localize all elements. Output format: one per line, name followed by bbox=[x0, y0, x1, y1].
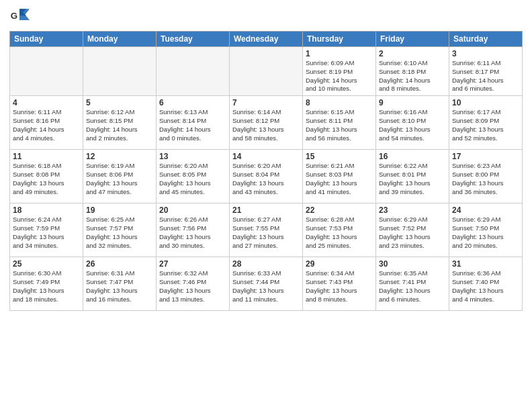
day-number: 7 bbox=[232, 98, 300, 107]
day-info: Sunrise: 6:26 AM Sunset: 7:56 PM Dayligh… bbox=[159, 216, 226, 250]
day-number: 24 bbox=[452, 205, 519, 215]
day-number: 5 bbox=[86, 98, 153, 107]
day-number: 30 bbox=[379, 259, 446, 269]
weekday-header-row: SundayMondayTuesdayWednesdayThursdayFrid… bbox=[10, 32, 523, 47]
day-info: Sunrise: 6:32 AM Sunset: 7:46 PM Dayligh… bbox=[159, 269, 226, 304]
day-info: Sunrise: 6:11 AM Sunset: 8:16 PM Dayligh… bbox=[13, 108, 80, 142]
weekday-header-monday: Monday bbox=[83, 32, 157, 47]
day-number: 29 bbox=[306, 259, 373, 269]
weekday-header-friday: Friday bbox=[376, 32, 449, 47]
calendar-cell: 4Sunrise: 6:11 AM Sunset: 8:16 PM Daylig… bbox=[10, 96, 83, 150]
day-info: Sunrise: 6:31 AM Sunset: 7:47 PM Dayligh… bbox=[86, 269, 153, 304]
calendar-cell: 30Sunrise: 6:35 AM Sunset: 7:41 PM Dayli… bbox=[376, 257, 449, 311]
day-number: 14 bbox=[232, 152, 300, 161]
calendar-cell: 7Sunrise: 6:14 AM Sunset: 8:12 PM Daylig… bbox=[230, 96, 303, 150]
day-info: Sunrise: 6:30 AM Sunset: 7:49 PM Dayligh… bbox=[13, 269, 80, 304]
day-number: 19 bbox=[86, 205, 153, 215]
calendar-cell: 27Sunrise: 6:32 AM Sunset: 7:46 PM Dayli… bbox=[157, 257, 230, 311]
day-number: 2 bbox=[379, 49, 446, 58]
calendar-cell: 9Sunrise: 6:16 AM Sunset: 8:10 PM Daylig… bbox=[376, 96, 449, 150]
svg-text:G: G bbox=[11, 11, 17, 21]
day-info: Sunrise: 6:10 AM Sunset: 8:18 PM Dayligh… bbox=[379, 59, 446, 93]
day-number: 16 bbox=[379, 152, 446, 161]
calendar-cell bbox=[10, 47, 83, 96]
day-info: Sunrise: 6:11 AM Sunset: 8:17 PM Dayligh… bbox=[452, 59, 519, 93]
calendar-cell: 13Sunrise: 6:20 AM Sunset: 8:05 PM Dayli… bbox=[157, 150, 230, 203]
day-number: 21 bbox=[232, 205, 300, 215]
day-info: Sunrise: 6:28 AM Sunset: 7:53 PM Dayligh… bbox=[306, 216, 373, 250]
calendar-table: SundayMondayTuesdayWednesdayThursdayFrid… bbox=[9, 31, 523, 311]
day-info: Sunrise: 6:36 AM Sunset: 7:40 PM Dayligh… bbox=[452, 269, 519, 304]
day-info: Sunrise: 6:12 AM Sunset: 8:15 PM Dayligh… bbox=[86, 108, 153, 142]
day-info: Sunrise: 6:20 AM Sunset: 8:04 PM Dayligh… bbox=[232, 162, 300, 196]
week-row-4: 18Sunrise: 6:24 AM Sunset: 7:59 PM Dayli… bbox=[10, 203, 523, 257]
calendar-cell bbox=[83, 47, 157, 96]
day-info: Sunrise: 6:13 AM Sunset: 8:14 PM Dayligh… bbox=[159, 108, 226, 142]
day-number: 27 bbox=[159, 259, 226, 269]
day-number: 28 bbox=[232, 259, 300, 269]
day-number: 20 bbox=[159, 205, 226, 215]
calendar-cell: 23Sunrise: 6:29 AM Sunset: 7:52 PM Dayli… bbox=[376, 203, 449, 257]
day-number: 8 bbox=[306, 98, 373, 107]
day-number: 12 bbox=[86, 152, 153, 161]
day-number: 13 bbox=[159, 152, 226, 161]
day-info: Sunrise: 6:09 AM Sunset: 8:19 PM Dayligh… bbox=[306, 59, 373, 93]
calendar-cell: 18Sunrise: 6:24 AM Sunset: 7:59 PM Dayli… bbox=[10, 203, 83, 257]
day-number: 23 bbox=[379, 205, 446, 215]
weekday-header-thursday: Thursday bbox=[303, 32, 376, 47]
calendar-cell: 14Sunrise: 6:20 AM Sunset: 8:04 PM Dayli… bbox=[230, 150, 303, 203]
day-number: 25 bbox=[13, 259, 80, 269]
calendar-cell: 24Sunrise: 6:29 AM Sunset: 7:50 PM Dayli… bbox=[449, 203, 523, 257]
calendar-cell: 12Sunrise: 6:19 AM Sunset: 8:06 PM Dayli… bbox=[83, 150, 157, 203]
day-number: 22 bbox=[306, 205, 373, 215]
day-number: 10 bbox=[452, 98, 519, 107]
week-row-2: 4Sunrise: 6:11 AM Sunset: 8:16 PM Daylig… bbox=[10, 96, 523, 150]
calendar-cell: 25Sunrise: 6:30 AM Sunset: 7:49 PM Dayli… bbox=[10, 257, 83, 311]
calendar-cell: 29Sunrise: 6:34 AM Sunset: 7:43 PM Dayli… bbox=[303, 257, 376, 311]
weekday-header-saturday: Saturday bbox=[449, 32, 523, 47]
calendar-cell: 22Sunrise: 6:28 AM Sunset: 7:53 PM Dayli… bbox=[303, 203, 376, 257]
day-info: Sunrise: 6:25 AM Sunset: 7:57 PM Dayligh… bbox=[86, 216, 153, 250]
logo: G bbox=[9, 7, 32, 27]
calendar-cell: 6Sunrise: 6:13 AM Sunset: 8:14 PM Daylig… bbox=[157, 96, 230, 150]
calendar-cell: 17Sunrise: 6:23 AM Sunset: 8:00 PM Dayli… bbox=[449, 150, 523, 203]
day-info: Sunrise: 6:24 AM Sunset: 7:59 PM Dayligh… bbox=[13, 216, 80, 250]
day-info: Sunrise: 6:18 AM Sunset: 8:08 PM Dayligh… bbox=[13, 162, 80, 196]
calendar-cell: 2Sunrise: 6:10 AM Sunset: 8:18 PM Daylig… bbox=[376, 47, 449, 96]
day-info: Sunrise: 6:22 AM Sunset: 8:01 PM Dayligh… bbox=[379, 162, 446, 196]
week-row-3: 11Sunrise: 6:18 AM Sunset: 8:08 PM Dayli… bbox=[10, 150, 523, 203]
day-info: Sunrise: 6:35 AM Sunset: 7:41 PM Dayligh… bbox=[379, 269, 446, 304]
day-info: Sunrise: 6:20 AM Sunset: 8:05 PM Dayligh… bbox=[159, 162, 226, 196]
day-info: Sunrise: 6:33 AM Sunset: 7:44 PM Dayligh… bbox=[232, 269, 300, 304]
day-info: Sunrise: 6:29 AM Sunset: 7:50 PM Dayligh… bbox=[452, 216, 519, 250]
calendar-cell: 1Sunrise: 6:09 AM Sunset: 8:19 PM Daylig… bbox=[303, 47, 376, 96]
day-info: Sunrise: 6:19 AM Sunset: 8:06 PM Dayligh… bbox=[86, 162, 153, 196]
day-number: 26 bbox=[86, 259, 153, 269]
day-info: Sunrise: 6:16 AM Sunset: 8:10 PM Dayligh… bbox=[379, 108, 446, 142]
calendar-cell: 10Sunrise: 6:17 AM Sunset: 8:09 PM Dayli… bbox=[449, 96, 523, 150]
main-container: G SundayMondayTuesdayWednesdayThursdayFr… bbox=[0, 0, 532, 315]
day-info: Sunrise: 6:14 AM Sunset: 8:12 PM Dayligh… bbox=[232, 108, 300, 142]
calendar-cell: 28Sunrise: 6:33 AM Sunset: 7:44 PM Dayli… bbox=[230, 257, 303, 311]
day-number: 6 bbox=[159, 98, 226, 107]
calendar-cell: 16Sunrise: 6:22 AM Sunset: 8:01 PM Dayli… bbox=[376, 150, 449, 203]
day-info: Sunrise: 6:27 AM Sunset: 7:55 PM Dayligh… bbox=[232, 216, 300, 250]
day-number: 4 bbox=[13, 98, 80, 107]
day-number: 17 bbox=[452, 152, 519, 161]
day-number: 18 bbox=[13, 205, 80, 215]
day-info: Sunrise: 6:17 AM Sunset: 8:09 PM Dayligh… bbox=[452, 108, 519, 142]
calendar-cell: 26Sunrise: 6:31 AM Sunset: 7:47 PM Dayli… bbox=[83, 257, 157, 311]
calendar-cell: 3Sunrise: 6:11 AM Sunset: 8:17 PM Daylig… bbox=[449, 47, 523, 96]
day-number: 11 bbox=[13, 152, 80, 161]
day-number: 31 bbox=[452, 259, 519, 269]
day-info: Sunrise: 6:15 AM Sunset: 8:11 PM Dayligh… bbox=[306, 108, 373, 142]
calendar-cell: 31Sunrise: 6:36 AM Sunset: 7:40 PM Dayli… bbox=[449, 257, 523, 311]
calendar-cell: 20Sunrise: 6:26 AM Sunset: 7:56 PM Dayli… bbox=[157, 203, 230, 257]
calendar-cell bbox=[157, 47, 230, 96]
day-info: Sunrise: 6:34 AM Sunset: 7:43 PM Dayligh… bbox=[306, 269, 373, 304]
logo-icon: G bbox=[9, 7, 30, 27]
calendar-cell: 5Sunrise: 6:12 AM Sunset: 8:15 PM Daylig… bbox=[83, 96, 157, 150]
week-row-1: 1Sunrise: 6:09 AM Sunset: 8:19 PM Daylig… bbox=[10, 47, 523, 96]
day-number: 3 bbox=[452, 49, 519, 58]
calendar-cell: 11Sunrise: 6:18 AM Sunset: 8:08 PM Dayli… bbox=[10, 150, 83, 203]
